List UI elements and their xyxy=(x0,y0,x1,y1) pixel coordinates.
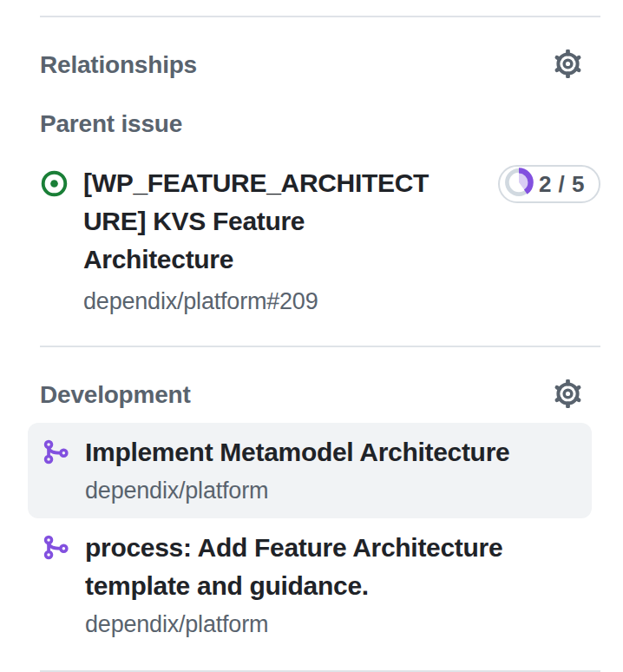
section-divider xyxy=(40,16,600,17)
development-title: Development xyxy=(40,379,191,411)
issue-opened-icon xyxy=(40,169,69,201)
relationships-settings-button[interactable] xyxy=(552,49,583,81)
relationships-section-header: Relationships xyxy=(40,49,583,81)
progress-ring-icon xyxy=(504,168,534,201)
section-divider xyxy=(40,346,600,347)
sub-issues-progress-badge[interactable]: 2 / 5 xyxy=(498,165,600,203)
development-list: Implement Metamodel Architecture dependi… xyxy=(28,423,592,652)
development-item-row[interactable]: Implement Metamodel Architecture dependi… xyxy=(28,423,592,518)
parent-issue-title[interactable]: [WP_FEATURE_ARCHITECTURE] KVS Feature Ar… xyxy=(83,164,434,279)
gear-icon xyxy=(554,379,582,411)
progress-count: 2 / 5 xyxy=(539,171,585,198)
development-item-text: Implement Metamodel Architecture dependi… xyxy=(85,433,578,508)
development-item-repo: dependix/platform xyxy=(85,473,578,508)
relationships-title: Relationships xyxy=(40,49,197,81)
development-item-repo: dependix/platform xyxy=(85,607,578,642)
gear-icon xyxy=(554,49,582,81)
development-settings-button[interactable] xyxy=(552,379,583,411)
development-item-title[interactable]: process: Add Feature Architecture templa… xyxy=(85,529,578,605)
git-merge-icon xyxy=(42,533,70,565)
development-item-row[interactable]: process: Add Feature Architecture templa… xyxy=(28,518,592,652)
parent-issue-label: Parent issue xyxy=(40,109,583,140)
issue-sidebar: Relationships Parent issue xyxy=(0,0,623,672)
parent-issue-repo: dependix/platform#209 xyxy=(83,284,434,319)
development-item-title[interactable]: Implement Metamodel Architecture xyxy=(85,433,578,471)
parent-issue-text: [WP_FEATURE_ARCHITECTURE] KVS Feature Ar… xyxy=(83,164,434,319)
git-merge-icon xyxy=(42,438,70,470)
development-section-header: Development xyxy=(40,379,583,411)
parent-issue-row[interactable]: [WP_FEATURE_ARCHITECTURE] KVS Feature Ar… xyxy=(40,164,600,319)
development-item-text: process: Add Feature Architecture templa… xyxy=(85,529,578,642)
